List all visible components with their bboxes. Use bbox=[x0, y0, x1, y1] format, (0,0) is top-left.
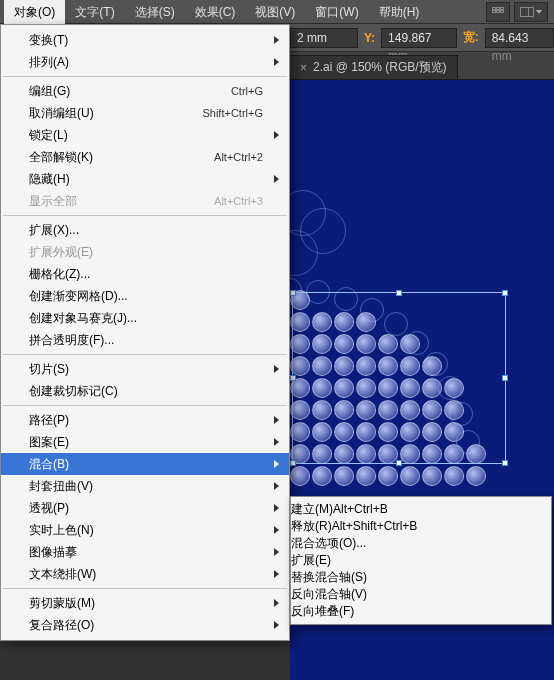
menu-separator bbox=[3, 588, 287, 589]
menu-item: 显示全部Alt+Ctrl+3 bbox=[1, 190, 289, 212]
menu-item[interactable]: 创建裁切标记(C) bbox=[1, 380, 289, 402]
menu-item-shortcut: Alt+Ctrl+3 bbox=[214, 195, 263, 207]
menu-item[interactable]: 建立(M)Alt+Ctrl+B bbox=[291, 501, 551, 518]
menu-item[interactable]: 反向混合轴(V) bbox=[291, 586, 551, 603]
menu-item-label: 释放(R) bbox=[291, 519, 332, 533]
submenu-arrow-icon bbox=[274, 570, 279, 578]
menu-item[interactable]: 创建对象马赛克(J)... bbox=[1, 307, 289, 329]
menu-item-label: 全部解锁(K) bbox=[29, 149, 214, 166]
menu-item[interactable]: 扩展(X)... bbox=[1, 219, 289, 241]
menu-item[interactable]: 实时上色(N) bbox=[1, 519, 289, 541]
menu-window[interactable]: 窗口(W) bbox=[305, 0, 368, 24]
submenu-arrow-icon bbox=[274, 438, 279, 446]
submenu-arrow-icon bbox=[274, 131, 279, 139]
menu-item[interactable]: 路径(P) bbox=[1, 409, 289, 431]
menu-object[interactable]: 对象(O) bbox=[4, 0, 65, 24]
menu-item[interactable]: 锁定(L) bbox=[1, 124, 289, 146]
menu-item[interactable]: 编组(G)Ctrl+G bbox=[1, 80, 289, 102]
menu-item[interactable]: 排列(A) bbox=[1, 51, 289, 73]
menu-item-label: 切片(S) bbox=[29, 361, 263, 378]
menu-item-label: 透视(P) bbox=[29, 500, 263, 517]
submenu-arrow-icon bbox=[274, 58, 279, 66]
menu-item[interactable]: 拼合透明度(F)... bbox=[1, 329, 289, 351]
selection-box[interactable] bbox=[292, 292, 506, 464]
submenu-arrow-icon bbox=[274, 416, 279, 424]
menu-item-shortcut: Shift+Ctrl+G bbox=[202, 107, 263, 119]
menu-item[interactable]: 封套扭曲(V) bbox=[1, 475, 289, 497]
menu-item-label: 锁定(L) bbox=[29, 127, 263, 144]
menu-separator bbox=[3, 215, 287, 216]
menu-item: 替换混合轴(S) bbox=[291, 569, 551, 586]
menu-item-label: 反向堆叠(F) bbox=[291, 604, 354, 618]
menu-item-label: 取消编组(U) bbox=[29, 105, 202, 122]
grid-icon bbox=[492, 7, 504, 17]
submenu-arrow-icon bbox=[274, 526, 279, 534]
menu-item[interactable]: 混合选项(O)... bbox=[291, 535, 551, 552]
layout-icon bbox=[520, 7, 534, 17]
menu-item[interactable]: 透视(P) bbox=[1, 497, 289, 519]
menu-item-label: 封套扭曲(V) bbox=[29, 478, 263, 495]
menu-item[interactable]: 变换(T) bbox=[1, 29, 289, 51]
menu-item-label: 实时上色(N) bbox=[29, 522, 263, 539]
menu-item-label: 替换混合轴(S) bbox=[291, 570, 367, 584]
tab-title: 2.ai @ 150% (RGB/预览) bbox=[313, 59, 447, 76]
menu-item-shortcut: Alt+Ctrl+B bbox=[333, 502, 388, 516]
y-label: Y: bbox=[362, 31, 377, 45]
menu-item[interactable]: 图案(E) bbox=[1, 431, 289, 453]
menu-item-label: 路径(P) bbox=[29, 412, 263, 429]
menu-item[interactable]: 混合(B) bbox=[1, 453, 289, 475]
submenu-arrow-icon bbox=[274, 504, 279, 512]
menu-item[interactable]: 取消编组(U)Shift+Ctrl+G bbox=[1, 102, 289, 124]
menu-item-label: 编组(G) bbox=[29, 83, 231, 100]
w-label: 宽: bbox=[461, 29, 481, 46]
menu-item-label: 反向混合轴(V) bbox=[291, 587, 367, 601]
menu-item-label: 创建渐变网格(D)... bbox=[29, 288, 263, 305]
menu-item[interactable]: 释放(R)Alt+Shift+Ctrl+B bbox=[291, 518, 551, 535]
menu-item[interactable]: 剪切蒙版(M) bbox=[1, 592, 289, 614]
menu-separator bbox=[3, 405, 287, 406]
menu-item[interactable]: 全部解锁(K)Alt+Ctrl+2 bbox=[1, 146, 289, 168]
menu-item-label: 隐藏(H) bbox=[29, 171, 263, 188]
dropdown-icon bbox=[536, 10, 542, 14]
menubar: 对象(O) 文字(T) 选择(S) 效果(C) 视图(V) 窗口(W) 帮助(H… bbox=[0, 0, 554, 24]
menu-view[interactable]: 视图(V) bbox=[245, 0, 305, 24]
layout-toggle-button[interactable] bbox=[514, 2, 548, 22]
menu-item-label: 创建对象马赛克(J)... bbox=[29, 310, 263, 327]
menu-item[interactable]: 图像描摹 bbox=[1, 541, 289, 563]
grid-toggle-button[interactable] bbox=[486, 2, 510, 22]
submenu-arrow-icon bbox=[274, 460, 279, 468]
menu-help[interactable]: 帮助(H) bbox=[369, 0, 430, 24]
menu-item-shortcut: Alt+Ctrl+2 bbox=[214, 151, 263, 163]
menu-item-label: 扩展外观(E) bbox=[29, 244, 263, 261]
close-icon[interactable]: × bbox=[300, 61, 307, 75]
document-tab[interactable]: × 2.ai @ 150% (RGB/预览) bbox=[290, 55, 458, 79]
blend-submenu: 建立(M)Alt+Ctrl+B释放(R)Alt+Shift+Ctrl+B混合选项… bbox=[290, 496, 552, 625]
x-field[interactable]: 2 mm bbox=[290, 28, 358, 48]
submenu-arrow-icon bbox=[274, 548, 279, 556]
menu-item-label: 创建裁切标记(C) bbox=[29, 383, 263, 400]
menu-item[interactable]: 复合路径(O) bbox=[1, 614, 289, 636]
menu-item-label: 扩展(X)... bbox=[29, 222, 263, 239]
menu-item[interactable]: 创建渐变网格(D)... bbox=[1, 285, 289, 307]
w-field[interactable]: 84.643 mm bbox=[485, 28, 554, 48]
menu-text[interactable]: 文字(T) bbox=[65, 0, 124, 24]
menu-select[interactable]: 选择(S) bbox=[125, 0, 185, 24]
submenu-arrow-icon bbox=[274, 482, 279, 490]
menu-item[interactable]: 切片(S) bbox=[1, 358, 289, 380]
menu-effect[interactable]: 效果(C) bbox=[185, 0, 246, 24]
menu-item[interactable]: 反向堆叠(F) bbox=[291, 603, 551, 620]
menu-item-label: 拼合透明度(F)... bbox=[29, 332, 263, 349]
menu-item[interactable]: 扩展(E) bbox=[291, 552, 551, 569]
submenu-arrow-icon bbox=[274, 365, 279, 373]
menu-item-label: 变换(T) bbox=[29, 32, 263, 49]
menu-item-label: 文本绕排(W) bbox=[29, 566, 263, 583]
menu-item-label: 显示全部 bbox=[29, 193, 214, 210]
menu-item[interactable]: 文本绕排(W) bbox=[1, 563, 289, 585]
menu-item[interactable]: 栅格化(Z)... bbox=[1, 263, 289, 285]
menu-item-shortcut: Alt+Shift+Ctrl+B bbox=[332, 519, 418, 533]
menu-item-label: 栅格化(Z)... bbox=[29, 266, 263, 283]
y-field[interactable]: 149.867 mm bbox=[381, 28, 457, 48]
menu-separator bbox=[3, 76, 287, 77]
menu-separator bbox=[3, 354, 287, 355]
menu-item[interactable]: 隐藏(H) bbox=[1, 168, 289, 190]
